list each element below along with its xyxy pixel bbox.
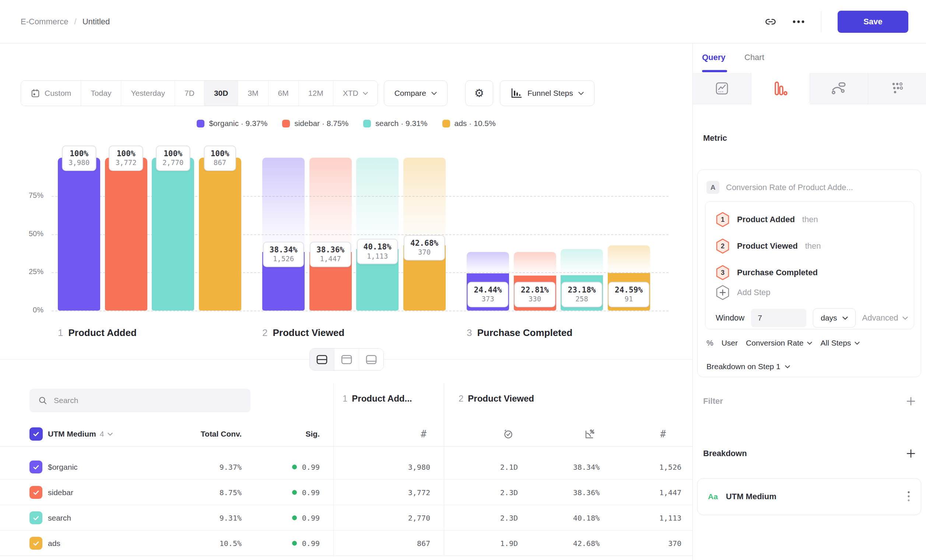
cell-count: 370 [608,531,681,556]
percent-icon: % [707,339,713,347]
date-range-yesterday[interactable]: Yesterday [121,81,175,106]
tab-chart[interactable]: Chart [744,44,764,71]
chart-step-label: 1Product Added [58,327,137,339]
date-range-7d[interactable]: 7D [175,81,204,106]
row-checkbox[interactable] [29,537,42,550]
step-number: 3 [467,327,472,339]
measure-scope-label: All Steps [820,339,851,347]
row-checkbox[interactable] [29,460,42,474]
row-checkbox[interactable] [29,486,42,499]
window-value-input[interactable] [751,309,806,327]
table-step2-group-header: 2 Product Viewed [458,394,534,404]
cell-total: 10.5% [168,531,242,556]
cell-total: 9.31% [168,505,242,531]
table-step1-group-header: 1 Product Add... [343,394,412,404]
add-breakdown-button[interactable] [906,449,916,458]
legend-item-sidebar[interactable]: sidebar · 8.75% [282,119,348,128]
breakdown-on-label: Breakdown on Step 1 [707,362,781,371]
view-toggle-split-view[interactable] [310,348,334,370]
count-column-icon[interactable]: # [648,421,678,446]
breadcrumb-parent[interactable]: E-Commerce [21,17,68,27]
funnel-bar[interactable] [105,158,147,310]
tab-funnels[interactable] [751,73,810,104]
breadcrumb-current[interactable]: Untitled [83,17,110,27]
metric-card-header[interactable]: A Conversion Rate of Product Adde... [707,181,853,194]
breakdown-column-header[interactable]: UTM Medium 4 [48,421,113,446]
measure-type-select[interactable]: Conversion Rate [746,339,812,347]
sig-value: 0.99 [243,480,320,505]
date-range-12m[interactable]: 12M [299,81,333,106]
date-range-custom[interactable]: Custom [21,81,81,106]
tab-flows[interactable] [868,73,926,104]
tab-retention[interactable] [810,73,869,104]
share-link-icon[interactable] [765,16,776,27]
view-toggle-chart-only[interactable] [334,348,359,370]
row-checkbox[interactable] [29,512,42,524]
query-step-1[interactable]: 1Product Addedthen [716,212,818,227]
avg-time-column-icon[interactable] [493,421,523,446]
chart-type-button[interactable]: Funnel Steps [500,80,595,106]
step-label: Product Viewed [468,394,534,404]
kebab-menu-icon[interactable] [907,490,911,503]
add-step-button[interactable]: Add Step [716,285,770,300]
conv-rate-column-icon[interactable] [575,421,604,446]
date-range-6m[interactable]: 6M [269,81,299,106]
measure-scope-select[interactable]: All Steps [820,339,860,347]
legend-swatch [442,120,450,127]
date-range-xtd[interactable]: XTD [333,81,378,106]
chart-step-label: 3Purchase Completed [467,327,572,339]
legend-label: $organic · 9.37% [209,119,268,128]
funnel-bar[interactable] [152,158,194,310]
more-menu-icon[interactable] [792,20,805,24]
funnel-bar[interactable] [58,158,100,310]
topbar-actions: Save [765,0,908,44]
advanced-toggle[interactable]: Advanced [862,313,908,323]
row-label: $organic [48,454,78,480]
breakdown-on-step-select[interactable]: Breakdown on Step 1 [707,362,790,371]
legend-item-search[interactable]: search · 9.31% [363,119,427,128]
date-range-today[interactable]: Today [81,81,121,106]
funnel-bar[interactable] [199,158,241,310]
window-unit-label: days [821,313,837,322]
tab-insights[interactable] [693,73,751,104]
count-column-icon[interactable]: # [409,421,438,446]
view-toggle-table-only[interactable] [359,348,383,370]
date-range-3m[interactable]: 3M [238,81,268,106]
add-step-hexagon-icon [716,285,730,300]
query-step-2[interactable]: 2Product Viewedthen [716,238,821,254]
table-row: sidebar0.998.75%3,7722.3D38.36%1,447 [0,480,693,505]
query-step-3[interactable]: 3Purchase Completed [716,265,818,280]
tab-query[interactable]: Query [702,44,726,71]
search-input[interactable] [54,396,242,405]
table-search [29,389,250,412]
filter-section-header: Filter [703,397,916,406]
breakdown-item-card[interactable]: Aa UTM Medium [697,478,921,515]
legend-swatch [197,120,204,127]
total-conv-column-header[interactable]: Total Conv. [168,421,242,446]
cell-conv_rate: 42.68% [526,531,600,556]
legend-label: ads · 10.5% [454,119,496,128]
cell-conv_rate: 38.34% [526,454,600,480]
measure-entity[interactable]: User [722,339,738,347]
save-button[interactable]: Save [838,11,908,33]
legend-item-organic[interactable]: $organic · 9.37% [197,119,268,128]
window-unit-select[interactable]: days [813,308,855,327]
bar-value-label: 100%2,770 [156,145,190,171]
sig-column-header[interactable]: Sig. [246,421,320,446]
compare-button[interactable]: Compare [384,80,448,106]
funnel-chart: 0%25%50%75%100%3,980100%3,772100%2,77010… [0,158,693,379]
cell-step1_count: 3,772 [357,480,430,505]
funnel-steps-icon [510,88,522,98]
bar-count: 330 [521,295,549,304]
breakdown-count: 4 [100,430,104,439]
chart-settings-button[interactable]: ⚙ [465,80,493,106]
add-filter-button[interactable] [906,397,916,406]
breakdown-item-label: UTM Medium [726,492,776,501]
select-all-checkbox[interactable] [29,427,43,440]
step-label: Product Add... [352,394,412,404]
report-type-tabs [693,73,926,104]
legend-item-ads[interactable]: ads · 10.5% [442,119,496,128]
funnel-ghost-bar [262,158,305,252]
topbar: E-Commerce / Untitled Save [0,0,926,44]
date-range-30d[interactable]: 30D [204,81,238,106]
